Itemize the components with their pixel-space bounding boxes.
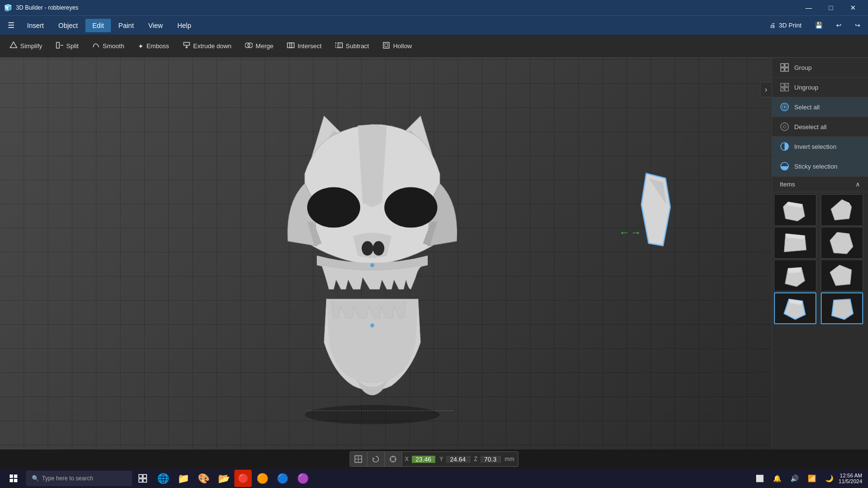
volume-icon[interactable]: 🔊: [787, 469, 802, 488]
item-thumb-1[interactable]: [774, 194, 816, 226]
clock-time: 12:56 AM: [840, 473, 862, 478]
intersect-tool[interactable]: Intersect: [281, 39, 327, 53]
app-title: 3D Builder - robbiereyes: [16, 4, 78, 11]
undo-button[interactable]: ↩: [832, 20, 845, 31]
split-icon: [56, 41, 64, 51]
smooth-icon: [92, 41, 100, 51]
item-thumb-4[interactable]: [821, 227, 863, 259]
menu-view[interactable]: View: [142, 19, 170, 32]
deselect-all-icon: [780, 122, 789, 132]
merge-tool[interactable]: Merge: [239, 39, 279, 53]
taskbar-notifications[interactable]: 🔔: [769, 469, 785, 488]
menu-paint[interactable]: Paint: [112, 19, 141, 32]
invert-selection-action[interactable]: Invert selection: [772, 137, 868, 157]
hollow-label: Hollow: [393, 42, 412, 50]
taskbar-clock[interactable]: 12:56 AM 11/5/2024: [839, 473, 862, 484]
taskbar-search[interactable]: 🔍 Type here to search: [26, 471, 132, 486]
redo-button[interactable]: ↪: [851, 20, 864, 31]
svg-rect-13: [385, 44, 388, 47]
item-thumb-7[interactable]: [774, 292, 816, 324]
split-tool[interactable]: Split: [50, 39, 84, 53]
titlebar-left: 🧊 3D Builder - robbiereyes: [4, 4, 78, 12]
svg-rect-50: [139, 475, 142, 478]
3d-viewport[interactable]: ← →: [0, 58, 772, 469]
extrude-down-tool[interactable]: Extrude down: [177, 39, 238, 53]
reset-button[interactable]: [367, 451, 385, 467]
group-action[interactable]: Group: [772, 58, 868, 78]
paint-3d-icon[interactable]: 🎨: [194, 469, 213, 488]
svg-point-7: [248, 43, 253, 48]
transform-mode-button[interactable]: [350, 451, 367, 467]
menu-insert[interactable]: Insert: [20, 19, 51, 32]
deselect-all-action[interactable]: Deselect all: [772, 117, 868, 137]
smooth-label: Smooth: [103, 42, 124, 50]
smooth-tool[interactable]: Smooth: [86, 39, 130, 53]
minimize-button[interactable]: —: [798, 0, 820, 15]
3d-print-icon: 🖨: [770, 22, 776, 29]
svg-rect-1: [56, 42, 59, 48]
svg-line-29: [780, 83, 789, 92]
coordinate-display: X 23.46 Y 24.64 Z 70.3 mm: [350, 451, 519, 467]
titlebar: 🧊 3D Builder - robbiereyes — □ ✕: [0, 0, 868, 15]
svg-marker-0: [10, 42, 17, 48]
panel-toggle-button[interactable]: ›: [760, 82, 772, 97]
svg-rect-52: [139, 479, 142, 482]
svg-point-19: [370, 263, 374, 267]
emboss-tool[interactable]: ✦ Emboss: [132, 40, 175, 53]
app2-icon[interactable]: 🟠: [253, 469, 272, 488]
edge-browser-icon[interactable]: 🌐: [153, 469, 173, 488]
close-button[interactable]: ✕: [842, 0, 864, 15]
svg-rect-49: [14, 479, 17, 482]
windows-taskbar: 🔍 Type here to search 🌐 📁 🎨 📂 🔴 🟠 🔵 🟣 ⬜ …: [0, 469, 868, 488]
y-label: Y: [435, 456, 446, 463]
select-all-action[interactable]: Select all: [772, 97, 868, 117]
task-view-button[interactable]: [133, 469, 152, 488]
start-button[interactable]: [2, 469, 25, 488]
clock-date: 11/5/2024: [839, 478, 862, 484]
snap-button[interactable]: [385, 451, 402, 467]
file-explorer-icon[interactable]: 📁: [174, 469, 193, 488]
app1-icon[interactable]: 🔴: [234, 470, 252, 487]
item-thumb-6[interactable]: [821, 260, 863, 291]
sticky-selection-action[interactable]: Sticky selection: [772, 157, 868, 176]
menu-edit[interactable]: Edit: [85, 19, 110, 32]
folder-icon[interactable]: 📂: [214, 469, 233, 488]
app4-icon[interactable]: 🟣: [293, 469, 312, 488]
simplify-label: Simplify: [20, 42, 42, 50]
show-desktop-icon[interactable]: ⬜: [752, 469, 767, 488]
wifi-icon[interactable]: 📶: [804, 469, 819, 488]
items-grid: [772, 192, 868, 326]
subtract-tool[interactable]: Subtract: [329, 39, 375, 53]
simplify-tool[interactable]: Simplify: [4, 39, 48, 53]
menu-help[interactable]: Help: [171, 19, 198, 32]
ground-markers: [309, 401, 453, 411]
3d-print-button[interactable]: 🖨 3D Print: [766, 20, 805, 31]
battery-icon[interactable]: 🌙: [821, 469, 837, 488]
group-label: Group: [794, 64, 812, 71]
right-panel: Group Ungroup Select all Deselect all: [772, 58, 868, 469]
z-coordinate: Z 70.3: [470, 456, 501, 463]
items-collapse-icon[interactable]: ∧: [855, 181, 860, 188]
hamburger-menu[interactable]: ☰: [4, 19, 18, 32]
maximize-button[interactable]: □: [820, 0, 842, 15]
extrude-down-icon: [183, 41, 190, 51]
svg-rect-46: [10, 475, 13, 478]
svg-rect-51: [143, 475, 147, 478]
svg-point-32: [784, 106, 786, 108]
item-thumb-5[interactable]: [774, 260, 816, 291]
transform-arrow: ← →: [619, 226, 641, 239]
statusbar: X 23.46 Y 24.64 Z 70.3 mm: [0, 449, 868, 469]
save-button[interactable]: 💾: [811, 20, 827, 31]
item-thumb-3[interactable]: [774, 227, 816, 259]
svg-rect-24: [785, 68, 788, 71]
search-placeholder: Type here to search: [42, 475, 93, 482]
app3-icon[interactable]: 🔵: [273, 469, 292, 488]
x-coordinate: X 23.46: [402, 456, 436, 463]
hollow-tool[interactable]: Hollow: [377, 39, 418, 53]
item-thumb-2[interactable]: [821, 194, 863, 226]
ungroup-action[interactable]: Ungroup: [772, 78, 868, 97]
item-thumb-8[interactable]: [821, 292, 863, 324]
ungroup-icon: [780, 82, 789, 92]
invert-selection-icon: [780, 142, 789, 151]
menu-object[interactable]: Object: [52, 19, 84, 32]
